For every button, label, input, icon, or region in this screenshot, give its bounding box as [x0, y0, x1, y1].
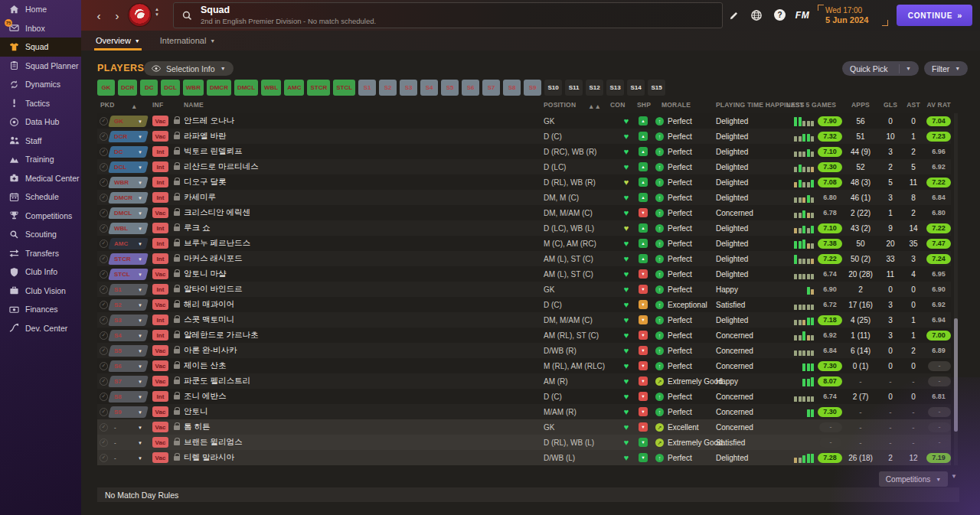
player-row[interactable]: ✓DMCR▼Int카세미루DM, M (C)♥▲↑PerfectDelighte… [97, 190, 951, 205]
info-badge[interactable]: Vac [152, 269, 168, 279]
position-chip-s12[interactable]: S12 [586, 80, 603, 96]
position-chip-s11[interactable]: S11 [565, 80, 583, 96]
info-badge[interactable]: Vac [152, 345, 168, 356]
position-chip-stcl[interactable]: STCL [333, 80, 355, 96]
info-badge[interactable]: Vac [152, 437, 168, 448]
pkd-chip[interactable]: DCL▼ [108, 161, 149, 173]
position-chip-amc[interactable]: AMC [284, 80, 304, 96]
col-con[interactable]: CON [610, 101, 626, 109]
fm-logo[interactable]: FM [795, 8, 810, 23]
sidebar-item-medical-center[interactable]: Medical Center [0, 169, 81, 188]
pkd-chip[interactable]: S7▼ [108, 376, 149, 387]
col-position[interactable]: POSITION [544, 101, 576, 109]
sidebar-item-dynamics[interactable]: Dynamics [0, 75, 81, 94]
info-badge[interactable]: Int [152, 161, 168, 172]
club-crest-icon[interactable] [129, 4, 151, 26]
col-morale[interactable]: MORALE [662, 101, 691, 109]
row-check-icon[interactable]: ✓ [100, 148, 108, 156]
row-check-icon[interactable]: ✓ [100, 408, 108, 416]
sidebar-item-inbox[interactable]: 75Inbox [0, 19, 81, 38]
sidebar-item-training[interactable]: Training [0, 150, 81, 169]
col-gls[interactable]: GLS [879, 101, 902, 109]
row-check-icon[interactable]: ✓ [100, 347, 108, 355]
back-button[interactable]: ‹ [90, 6, 107, 24]
info-badge[interactable]: Vac [152, 376, 168, 386]
info-badge[interactable]: Vac [152, 116, 168, 126]
info-badge[interactable]: Vac [152, 452, 168, 463]
col-avrat[interactable]: AV RAT [923, 101, 951, 109]
col-shp[interactable]: SHP [637, 101, 651, 109]
row-check-icon[interactable]: ✓ [100, 285, 108, 294]
pkd-chip[interactable]: WBL▼ [108, 223, 149, 234]
pkd-chip[interactable]: STCL▼ [108, 269, 149, 280]
pkd-chip[interactable]: -▼ [108, 437, 149, 448]
quick-pick-button[interactable]: Quick Pick ▼ [842, 61, 919, 76]
pkd-chip[interactable]: S5▼ [108, 345, 149, 357]
info-badge[interactable]: Vac [152, 207, 168, 218]
player-name[interactable]: 제이든 산초 [184, 358, 226, 373]
sidebar-item-staff[interactable]: Staff [0, 132, 81, 151]
info-badge[interactable]: Int [152, 315, 168, 325]
info-badge[interactable]: Int [152, 223, 168, 233]
pkd-chip[interactable]: DCR▼ [108, 131, 149, 142]
position-chip-s1[interactable]: S1 [358, 80, 376, 96]
sidebar-item-home[interactable]: Home [0, 0, 81, 19]
player-name[interactable]: 앙토니 마샬 [184, 266, 226, 282]
player-row[interactable]: ✓S7▼Vac파쿤도 펠리스트리AM (R)♥▼↗Extremely GoodH… [97, 373, 951, 389]
player-name[interactable]: 티렐 말라시아 [184, 450, 234, 465]
player-name[interactable]: 알타이 바인드르 [184, 282, 242, 297]
position-chip-s5[interactable]: S5 [441, 80, 459, 96]
collapse-chevron-icon[interactable]: ▼ [951, 473, 957, 480]
sidebar-item-club-info[interactable]: Club Info [0, 262, 81, 282]
player-name[interactable]: 브랜든 윌리엄스 [184, 435, 242, 450]
col-last5[interactable]: LAST 5 GAMES [786, 101, 836, 109]
player-name[interactable]: 크리스티안 에릭센 [184, 205, 250, 220]
player-row[interactable]: ✓AMC▼Int브루누 페르난드스M (C), AM (RC)♥▲↑Perfec… [97, 236, 951, 251]
player-row[interactable]: ✓-▼Vac티렐 말라시아D/WB (L)♥▼↑PerfectDelighted… [97, 450, 951, 465]
pkd-chip[interactable]: S1▼ [108, 284, 149, 295]
sidebar-item-tactics[interactable]: Tactics [0, 94, 81, 113]
player-name[interactable]: 빅토르 린델뢰프 [184, 144, 242, 159]
position-chip-s7[interactable]: S7 [482, 80, 500, 96]
player-row[interactable]: ✓WBR▼Int디오구 달롯D (RL), WB (R)♥▲↑PerfectDe… [97, 174, 951, 190]
table-scrollbar[interactable] [954, 113, 958, 465]
position-chip-s13[interactable]: S13 [606, 80, 624, 96]
pkd-chip[interactable]: AMC▼ [108, 238, 149, 249]
info-badge[interactable]: Vac [152, 422, 168, 432]
sidebar-item-finances[interactable]: Finances [0, 300, 81, 319]
player-name[interactable]: 마커스 래시포드 [184, 251, 242, 266]
world-icon[interactable] [749, 8, 764, 23]
col-apps[interactable]: APPS [842, 101, 879, 109]
selection-info-dropdown[interactable]: Selection Info ▼ [144, 61, 234, 76]
position-chip-dcl[interactable]: DCL [161, 80, 179, 96]
row-check-icon[interactable]: ✓ [100, 454, 108, 462]
pkd-chip[interactable]: -▼ [108, 452, 149, 464]
row-check-icon[interactable]: ✓ [100, 194, 108, 202]
position-chip-s9[interactable]: S9 [524, 80, 541, 96]
col-name[interactable]: NAME [184, 101, 204, 109]
row-check-icon[interactable]: ✓ [100, 362, 108, 370]
sidebar-item-competitions[interactable]: Competitions [0, 207, 81, 226]
sidebar-item-dev-center[interactable]: Dev. Center [0, 319, 81, 338]
player-name[interactable]: 톰 히튼 [184, 419, 210, 435]
pkd-chip[interactable]: DMCR▼ [108, 192, 149, 204]
search-icon[interactable] [181, 10, 193, 21]
info-badge[interactable]: Vac [152, 299, 168, 310]
row-check-icon[interactable]: ✓ [100, 224, 108, 233]
pkd-chip[interactable]: S4▼ [108, 330, 149, 341]
info-badge[interactable]: Int [152, 253, 168, 264]
info-badge[interactable]: Int [152, 330, 168, 341]
info-badge[interactable]: Vac [152, 131, 168, 142]
info-badge[interactable]: Int [152, 192, 168, 203]
player-row[interactable]: ✓DCR▼Vac라파엘 바란D (C)♥▲↑PerfectDelighted7.… [97, 129, 951, 144]
player-row[interactable]: ✓STCL▼Vac앙토니 마샬AM (L), ST (C)♥▼↑PerfectD… [97, 266, 951, 282]
pkd-chip[interactable]: WBR▼ [108, 177, 149, 188]
tab-overview[interactable]: Overview▼ [96, 31, 140, 51]
pkd-chip[interactable]: S2▼ [108, 299, 149, 311]
continue-button[interactable]: CONTINUE» [897, 5, 972, 26]
row-check-icon[interactable]: ✓ [100, 132, 108, 141]
player-name[interactable]: 라파엘 바란 [184, 129, 226, 144]
info-badge[interactable]: Vac [152, 360, 168, 371]
row-check-icon[interactable]: ✓ [100, 209, 108, 217]
pkd-chip[interactable]: S3▼ [108, 315, 149, 326]
